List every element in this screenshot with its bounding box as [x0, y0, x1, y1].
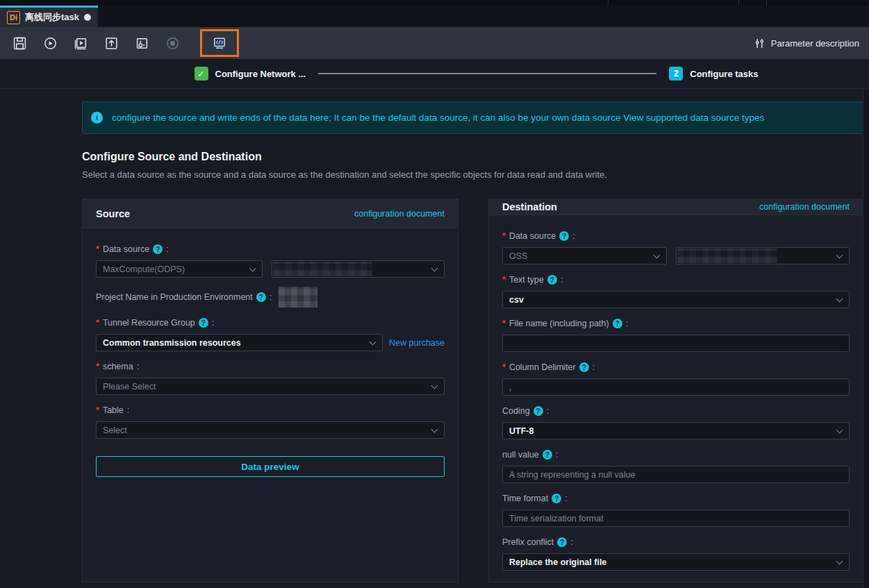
save-icon[interactable]: [13, 36, 26, 50]
info-banner: i configure the source and write ends of…: [82, 101, 863, 134]
smoke-test-icon[interactable]: [135, 36, 149, 50]
file-name-input[interactable]: [502, 335, 850, 352]
file-name-label: File name (including path): [509, 319, 609, 328]
source-data-source-label: Data source: [103, 244, 149, 254]
step-2-badge: 2: [669, 67, 683, 81]
help-icon[interactable]: ?: [579, 362, 589, 372]
schema-select[interactable]: Please Select: [96, 378, 445, 395]
table-label: Table: [103, 405, 124, 415]
help-icon[interactable]: ?: [533, 406, 543, 416]
source-panel-title: Source: [96, 208, 130, 219]
text-type-field: * Text type ? : csv: [502, 274, 850, 308]
source-data-source-type-select[interactable]: MaxCompute(ODPS): [96, 260, 263, 278]
help-icon[interactable]: ?: [547, 275, 557, 285]
tab-title: 离线同步task: [25, 11, 79, 24]
di-node-icon: Di: [7, 11, 20, 24]
help-icon[interactable]: ?: [559, 231, 569, 241]
step-configure-network[interactable]: ✓ Configure Network ...: [195, 67, 306, 81]
top-edge-strip: [0, 0, 869, 6]
column-delimiter-input[interactable]: [502, 378, 850, 396]
redacted-value: [677, 249, 777, 263]
data-preview-button[interactable]: Data preview: [96, 456, 445, 477]
redacted-value: [273, 262, 373, 276]
run-icon[interactable]: [43, 36, 57, 50]
destination-data-source-label: Data source: [509, 231, 556, 241]
help-icon[interactable]: ?: [552, 494, 561, 503]
editor-tabbar: Di 离线同步task: [0, 6, 869, 27]
schema-label: schema: [103, 362, 133, 371]
tunnel-resource-group-field: * Tunnel Resource Group ? : Common trans…: [96, 317, 445, 351]
tunnel-resource-group-select[interactable]: Common transmission resources: [96, 334, 383, 351]
help-icon[interactable]: ?: [153, 244, 163, 254]
scrollbar[interactable]: [863, 91, 869, 588]
tab-offline-sync-task[interactable]: Di 离线同步task: [0, 6, 98, 27]
destination-data-source-name-select[interactable]: [676, 247, 850, 264]
help-icon[interactable]: ?: [543, 450, 552, 460]
tunnel-resource-group-label: Tunnel Resource Group: [103, 318, 195, 328]
destination-configuration-document-link[interactable]: configuration document: [759, 202, 850, 212]
time-format-input[interactable]: [502, 510, 850, 527]
info-banner-text: configure the source and write ends of t…: [112, 110, 764, 125]
new-purchase-link[interactable]: New purchase: [389, 338, 445, 348]
text-type-select[interactable]: csv: [502, 291, 850, 308]
destination-data-source-field: * Data source ? : OSS: [502, 230, 850, 264]
editor-toolbar: Parameter description: [0, 27, 869, 59]
view-supported-datasource-link[interactable]: View supported data source types: [623, 112, 764, 123]
step-done-check-icon: ✓: [195, 67, 208, 81]
destination-data-source-type-select[interactable]: OSS: [502, 247, 667, 264]
code-mode-highlight-box: [200, 29, 239, 57]
chevron-down-icon: [654, 252, 661, 259]
chevron-down-icon: [836, 427, 843, 434]
help-icon[interactable]: ?: [256, 292, 266, 302]
column-delimiter-label: Column Delimiter: [509, 362, 576, 372]
destination-panel-title: Destination: [502, 201, 557, 212]
chevron-down-icon: [431, 426, 438, 433]
production-project-field: Project Name in Production Environment ?…: [96, 287, 445, 308]
info-icon: i: [91, 112, 103, 124]
sliders-icon: [754, 37, 765, 49]
help-icon[interactable]: ?: [557, 537, 567, 547]
redacted-project-name: [279, 287, 317, 308]
step-connector-line: [318, 73, 656, 74]
schema-field: * schema: Please Select: [96, 360, 445, 395]
unsaved-dot-icon[interactable]: [84, 14, 91, 21]
column-delimiter-field: * Column Delimiter ? :: [502, 361, 850, 396]
source-panel: Source configuration document * Data sou…: [82, 199, 458, 582]
advanced-run-icon[interactable]: [74, 36, 88, 50]
code-mode-icon[interactable]: [213, 36, 226, 50]
step-indicator: ✓ Configure Network ... 2 Configure task…: [0, 59, 869, 89]
help-icon[interactable]: ?: [613, 319, 622, 328]
help-icon[interactable]: ?: [199, 318, 208, 328]
coding-field: Coding ? : UTF-8: [502, 405, 850, 439]
production-project-label: Project Name in Production Environment: [96, 292, 253, 302]
coding-label: Coding: [502, 406, 530, 416]
page-title: Configure Source and Destination: [82, 151, 863, 163]
time-format-field: Time format ? :: [502, 492, 850, 527]
submit-icon[interactable]: [104, 36, 118, 50]
parameter-description-button[interactable]: Parameter description: [754, 37, 859, 49]
chevron-down-icon: [431, 265, 438, 272]
chevron-down-icon: [249, 265, 256, 272]
source-data-source-field: * Data source ? : MaxCompute(ODPS): [96, 243, 445, 278]
chevron-down-icon: [836, 558, 843, 565]
table-select[interactable]: Select: [96, 421, 445, 439]
chevron-down-icon: [836, 296, 843, 303]
coding-select[interactable]: UTF-8: [502, 422, 850, 439]
chevron-down-icon: [431, 383, 438, 389]
null-value-field: null value ? :: [502, 448, 850, 483]
prefix-conflict-label: Prefix conflict: [502, 537, 554, 547]
source-configuration-document-link[interactable]: configuration document: [354, 209, 445, 219]
null-value-label: null value: [502, 450, 539, 460]
stop-icon: [165, 36, 179, 50]
page-subtitle: Select a data source as the source and a…: [82, 169, 863, 180]
text-type-label: Text type: [509, 275, 544, 285]
null-value-input[interactable]: [502, 466, 850, 483]
chevron-down-icon: [836, 252, 843, 259]
step-configure-tasks[interactable]: 2 Configure tasks: [669, 67, 758, 81]
source-data-source-name-select[interactable]: [272, 260, 445, 278]
table-field: * Table: Select: [96, 404, 445, 439]
prefix-conflict-field: Prefix conflict ? : Replace the original…: [502, 536, 850, 571]
destination-panel: Destination configuration document * Dat…: [488, 199, 863, 582]
prefix-conflict-select[interactable]: Replace the original file: [502, 553, 850, 571]
file-name-field: * File name (including path) ? :: [502, 317, 850, 352]
